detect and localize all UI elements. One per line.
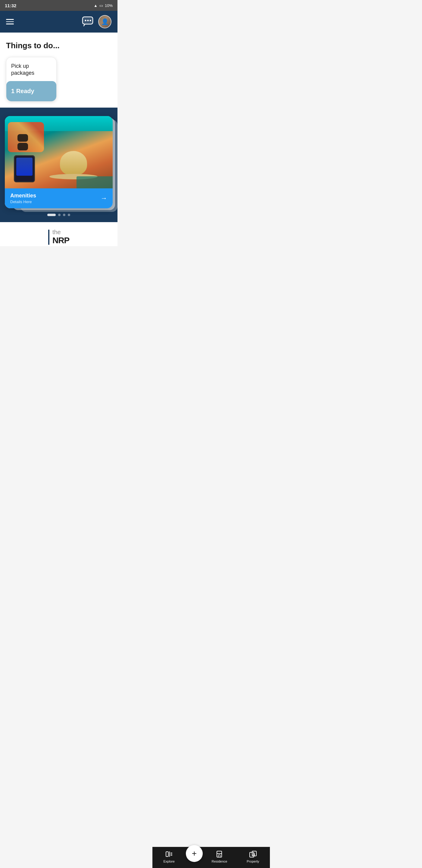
carousel-dot-1[interactable] <box>47 214 56 216</box>
logo-line <box>48 230 50 245</box>
carousel-dot-2[interactable] <box>58 214 61 216</box>
status-bar: 11:32 ▲ ▭ 10% <box>0 0 118 11</box>
status-time: 11:32 <box>5 3 16 8</box>
carousel-dot-3[interactable] <box>63 214 65 216</box>
page-title: Things to do... <box>6 41 111 50</box>
carousel-dot-4[interactable] <box>68 214 70 216</box>
package-card[interactable]: Pick up packages 1 Ready <box>6 57 57 101</box>
dark-section: Amenities Details Here → <box>0 107 118 222</box>
header-right-actions: 👤 <box>82 15 111 28</box>
user-avatar[interactable]: 👤 <box>98 15 111 28</box>
hamburger-menu-button[interactable] <box>6 19 14 24</box>
logo-prefix: the <box>53 229 69 236</box>
logo-name: NRP <box>53 236 69 245</box>
amenities-subtitle: Details Here <box>10 199 101 204</box>
amenities-card-image <box>5 116 112 188</box>
carousel-dots <box>5 214 112 216</box>
battery-icon: ▭ <box>99 3 103 8</box>
svg-point-1 <box>85 20 87 22</box>
amenities-text: Amenities Details Here <box>10 193 101 204</box>
card-stack-wrapper: Amenities Details Here → <box>5 116 112 208</box>
package-card-badge: 1 Ready <box>6 81 56 101</box>
status-icons: ▲ ▭ 10% <box>94 3 112 8</box>
wifi-icon: ▲ <box>94 3 98 8</box>
tablet-device <box>14 155 35 182</box>
package-ready-count: 1 Ready <box>11 88 34 94</box>
app-header: 👤 <box>0 11 118 33</box>
amenities-label: Amenities Details Here → <box>5 188 112 208</box>
straw-hat <box>50 146 98 179</box>
package-card-title: Pick up packages <box>11 63 52 77</box>
sunglasses <box>17 134 41 145</box>
package-card-top: Pick up packages <box>6 57 56 81</box>
svg-point-3 <box>90 20 91 22</box>
logo-content: the NRP <box>53 229 69 245</box>
svg-point-2 <box>87 20 89 22</box>
amenities-card[interactable]: Amenities Details Here → <box>5 116 112 208</box>
blue-mat <box>76 176 112 188</box>
logo-area: the NRP <box>0 222 118 246</box>
chat-button[interactable] <box>82 16 94 27</box>
main-content: Things to do... Pick up packages 1 Ready <box>0 33 118 107</box>
battery-percent: 10% <box>105 3 112 8</box>
amenities-arrow-icon: → <box>101 194 107 202</box>
amenities-title: Amenities <box>10 193 101 199</box>
